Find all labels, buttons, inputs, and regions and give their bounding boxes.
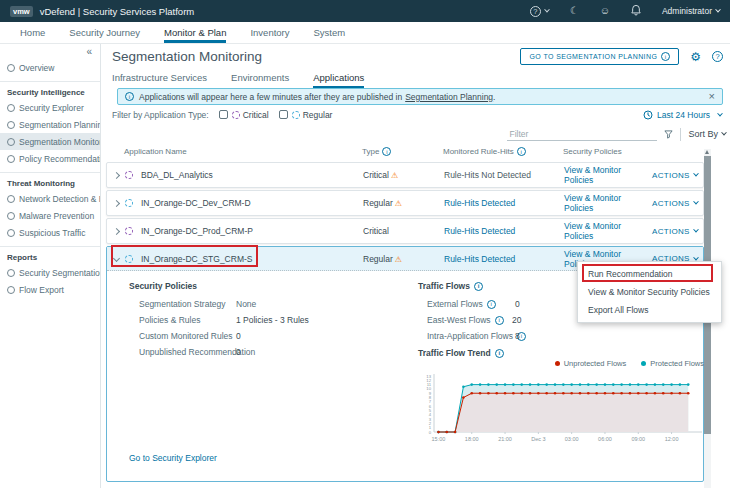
sort-by-dropdown[interactable]: Sort By [688,129,726,139]
primary-nav: Home Security Journey Monitor & Plan Inv… [0,22,730,44]
vmware-logo: vmw [10,6,33,17]
info-icon: i [382,147,391,156]
info-icon: i [474,282,483,291]
critical-filter-option: Critical [232,110,269,120]
sidebar-collapse-icon[interactable]: « [0,44,100,59]
sidebar-group-reports: Reports [0,247,100,264]
table-filter-input[interactable] [507,128,657,141]
menu-item-run-recommendation[interactable]: Run Recommendation [578,265,721,283]
policies-rules-link[interactable]: 1 Policies - 3 Rules [236,315,309,325]
unpublished-recommendation-value: 0 [236,347,241,357]
east-west-flows-value[interactable]: 20 [512,315,521,325]
application-name[interactable]: IN_Orange-DC_STG_CRM-S [141,254,252,264]
security-explorer-icon [7,104,15,112]
critical-app-icon [125,171,133,179]
nav-system[interactable]: System [314,22,346,43]
chevron-down-icon [693,171,699,177]
sidebar-item-suspicious-traffic[interactable]: Suspicious Traffic [0,224,100,241]
help-menu-button[interactable]: ? [530,6,549,17]
security-policies-section-title: Security Policies [129,281,197,291]
settings-gear-icon[interactable]: ⚙ [690,51,701,63]
sidebar-item-policy-recommendations[interactable]: Policy Recommendations [0,150,100,167]
tab-environments[interactable]: Environments [231,71,289,88]
collapse-chevron-icon[interactable] [113,255,120,262]
table-row[interactable]: BDA_DL_Analytics Critical⚠ Rule-Hits Not… [106,162,704,188]
sidebar-item-segmentation-planning[interactable]: Segmentation Planning [0,116,100,133]
view-monitor-policies-link[interactable]: View & Monitor Policies [559,193,652,213]
traffic-flow-trend-chart: 01234567891011121315:0018:0021:00Dec 303… [418,368,704,448]
svg-text:7: 7 [429,399,432,404]
rule-hits-detected-link[interactable]: Rule-Hits Detected [439,226,559,236]
sidebar-item-overview[interactable]: Overview [0,59,100,76]
scrollbar-up-arrow[interactable] [705,150,709,154]
sidebar-item-flow-export[interactable]: Flow Export [0,281,100,298]
svg-text:5: 5 [429,408,432,413]
svg-text:18:00: 18:00 [465,436,479,442]
sidebar-item-network-detection[interactable]: Network Detection & Res... [0,190,100,207]
critical-app-icon [125,227,133,235]
tab-infrastructure-services[interactable]: Infrastructure Services [112,71,207,88]
regular-checkbox[interactable] [279,110,288,119]
expand-chevron-icon[interactable] [113,227,120,234]
sidebar-group-security-intelligence: Security Intelligence [0,82,100,99]
sidebar-item-security-explorer[interactable]: Security Explorer [0,99,100,116]
banner-segmentation-planning-link[interactable]: Segmentation Planning [405,92,493,102]
report-icon [7,269,15,277]
nav-security-journey[interactable]: Security Journey [69,22,140,43]
actions-dropdown[interactable]: ACTIONS [652,199,705,208]
tab-applications[interactable]: Applications [313,71,364,88]
clock-icon [643,110,653,120]
feedback-smiley-icon[interactable]: ☺ [600,6,610,16]
legend-unprotected-flows: Unprotected Flows [555,359,627,368]
top-header-bar: vmw vDefend | Security Services Platform… [0,0,730,22]
rule-hits-detected-link[interactable]: Rule-Hits Detected [439,254,559,264]
menu-item-view-monitor-security-policies[interactable]: View & Monitor Security Policies [578,283,721,301]
flow-export-icon [7,286,15,294]
regular-app-icon [125,199,133,207]
segmentation-planning-icon [7,121,15,129]
help-icon: ? [530,6,541,17]
critical-checkbox[interactable] [219,110,228,119]
user-menu[interactable]: Administrator [662,6,720,16]
sidebar-item-malware-prevention[interactable]: Malware Prevention [0,207,100,224]
actions-dropdown[interactable]: ACTIONS [652,227,705,236]
intra-application-flows-label: Intra-Application Flowsi [427,331,526,341]
dark-mode-moon-icon[interactable]: ☾ [570,6,579,16]
intra-application-flows-value[interactable]: 8 [515,331,520,341]
application-name[interactable]: IN_Orange-DC_Prod_CRM-P [141,226,253,236]
col-application-name[interactable]: Application Name [124,147,362,156]
chevron-down-icon [693,199,699,205]
col-security-policies[interactable]: Security Policies [558,147,651,156]
nav-inventory[interactable]: Inventory [250,22,289,43]
application-name[interactable]: IN_Orange-DC_Dev_CRM-D [141,198,251,208]
nav-home[interactable]: Home [20,22,45,43]
page-help-icon[interactable]: ? [712,51,723,62]
filter-funnel-icon[interactable] [664,125,673,143]
vdefend-app-window: vmw vDefend | Security Services Platform… [0,0,730,488]
notifications-bell-icon[interactable] [631,2,641,20]
view-monitor-policies-link[interactable]: View & Monitor Policies [559,165,652,185]
expand-chevron-icon[interactable] [113,199,120,206]
custom-monitored-rules-value: 0 [236,331,241,341]
sidebar-item-security-segmentation-report[interactable]: Security Segmentation R... [0,264,100,281]
go-to-security-explorer-link[interactable]: Go to Security Explorer [129,453,217,463]
time-range-dropdown[interactable]: Last 24 Hours [643,110,722,120]
table-row[interactable]: IN_Orange-DC_Dev_CRM-D Regular⚠ Rule-Hit… [106,190,704,216]
col-monitored-rule-hits[interactable]: Monitored Rule-Hitsi [438,147,558,156]
segmentation-monitoring-icon [7,138,15,146]
expand-chevron-icon[interactable] [113,171,120,178]
go-to-segmentation-planning-button[interactable]: GO TO SEGMENTATION PLANNINGi [520,48,679,65]
actions-dropdown[interactable]: ACTIONS [652,171,705,180]
view-monitor-policies-link[interactable]: View & Monitor Policies [559,221,652,241]
menu-item-export-all-flows[interactable]: Export All Flows [578,301,721,319]
external-flows-value[interactable]: 0 [515,299,520,309]
nav-monitor-plan[interactable]: Monitor & Plan [164,22,226,43]
banner-close-icon[interactable]: × [709,91,715,102]
svg-text:12:00: 12:00 [665,436,679,442]
application-name[interactable]: BDA_DL_Analytics [141,170,213,180]
sidebar-item-segmentation-monitoring[interactable]: Segmentation Monitoring [0,133,100,150]
rule-hits-detected-link[interactable]: Rule-Hits Detected [439,198,559,208]
table-row[interactable]: IN_Orange-DC_Prod_CRM-P Critical Rule-Hi… [106,218,704,244]
traffic-flows-section-title: Traffic Flowsi [418,281,483,291]
col-type[interactable]: Typei [362,147,438,156]
